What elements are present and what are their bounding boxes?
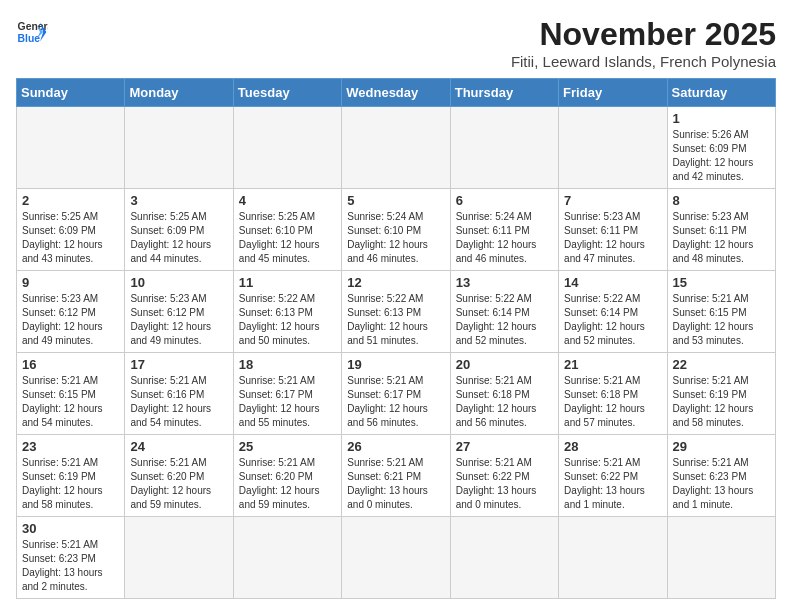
weekday-saturday: Saturday — [667, 79, 775, 107]
day-number: 9 — [22, 275, 119, 290]
day-info: Sunrise: 5:21 AM Sunset: 6:16 PM Dayligh… — [130, 374, 227, 430]
day-info: Sunrise: 5:21 AM Sunset: 6:19 PM Dayligh… — [22, 456, 119, 512]
day-number: 10 — [130, 275, 227, 290]
calendar-cell: 20Sunrise: 5:21 AM Sunset: 6:18 PM Dayli… — [450, 353, 558, 435]
day-number: 15 — [673, 275, 770, 290]
calendar-week-2: 2Sunrise: 5:25 AM Sunset: 6:09 PM Daylig… — [17, 189, 776, 271]
calendar-cell: 13Sunrise: 5:22 AM Sunset: 6:14 PM Dayli… — [450, 271, 558, 353]
day-info: Sunrise: 5:21 AM Sunset: 6:19 PM Dayligh… — [673, 374, 770, 430]
calendar-cell — [450, 517, 558, 599]
day-number: 29 — [673, 439, 770, 454]
calendar-cell: 24Sunrise: 5:21 AM Sunset: 6:20 PM Dayli… — [125, 435, 233, 517]
calendar-week-4: 16Sunrise: 5:21 AM Sunset: 6:15 PM Dayli… — [17, 353, 776, 435]
day-info: Sunrise: 5:21 AM Sunset: 6:23 PM Dayligh… — [673, 456, 770, 512]
day-number: 1 — [673, 111, 770, 126]
calendar-week-1: 1Sunrise: 5:26 AM Sunset: 6:09 PM Daylig… — [17, 107, 776, 189]
calendar-cell — [125, 107, 233, 189]
day-number: 13 — [456, 275, 553, 290]
day-number: 4 — [239, 193, 336, 208]
weekday-sunday: Sunday — [17, 79, 125, 107]
calendar-cell — [342, 517, 450, 599]
calendar-cell: 5Sunrise: 5:24 AM Sunset: 6:10 PM Daylig… — [342, 189, 450, 271]
calendar-table: SundayMondayTuesdayWednesdayThursdayFrid… — [16, 78, 776, 599]
day-number: 11 — [239, 275, 336, 290]
calendar-cell: 22Sunrise: 5:21 AM Sunset: 6:19 PM Dayli… — [667, 353, 775, 435]
calendar-week-5: 23Sunrise: 5:21 AM Sunset: 6:19 PM Dayli… — [17, 435, 776, 517]
day-number: 18 — [239, 357, 336, 372]
day-number: 27 — [456, 439, 553, 454]
day-info: Sunrise: 5:24 AM Sunset: 6:11 PM Dayligh… — [456, 210, 553, 266]
day-number: 22 — [673, 357, 770, 372]
logo: General Blue — [16, 16, 48, 48]
weekday-friday: Friday — [559, 79, 667, 107]
title-area: November 2025 Fitii, Leeward Islands, Fr… — [511, 16, 776, 70]
day-info: Sunrise: 5:26 AM Sunset: 6:09 PM Dayligh… — [673, 128, 770, 184]
day-info: Sunrise: 5:21 AM Sunset: 6:23 PM Dayligh… — [22, 538, 119, 594]
day-info: Sunrise: 5:21 AM Sunset: 6:17 PM Dayligh… — [239, 374, 336, 430]
day-number: 12 — [347, 275, 444, 290]
calendar-cell: 23Sunrise: 5:21 AM Sunset: 6:19 PM Dayli… — [17, 435, 125, 517]
day-info: Sunrise: 5:25 AM Sunset: 6:09 PM Dayligh… — [22, 210, 119, 266]
day-info: Sunrise: 5:21 AM Sunset: 6:15 PM Dayligh… — [673, 292, 770, 348]
calendar-cell: 29Sunrise: 5:21 AM Sunset: 6:23 PM Dayli… — [667, 435, 775, 517]
calendar-cell: 8Sunrise: 5:23 AM Sunset: 6:11 PM Daylig… — [667, 189, 775, 271]
day-info: Sunrise: 5:21 AM Sunset: 6:22 PM Dayligh… — [456, 456, 553, 512]
day-info: Sunrise: 5:22 AM Sunset: 6:14 PM Dayligh… — [564, 292, 661, 348]
day-number: 3 — [130, 193, 227, 208]
day-number: 30 — [22, 521, 119, 536]
day-info: Sunrise: 5:21 AM Sunset: 6:20 PM Dayligh… — [239, 456, 336, 512]
calendar-cell: 1Sunrise: 5:26 AM Sunset: 6:09 PM Daylig… — [667, 107, 775, 189]
calendar-cell: 19Sunrise: 5:21 AM Sunset: 6:17 PM Dayli… — [342, 353, 450, 435]
day-info: Sunrise: 5:21 AM Sunset: 6:17 PM Dayligh… — [347, 374, 444, 430]
calendar-cell: 11Sunrise: 5:22 AM Sunset: 6:13 PM Dayli… — [233, 271, 341, 353]
calendar-body: 1Sunrise: 5:26 AM Sunset: 6:09 PM Daylig… — [17, 107, 776, 599]
calendar-cell: 17Sunrise: 5:21 AM Sunset: 6:16 PM Dayli… — [125, 353, 233, 435]
day-number: 25 — [239, 439, 336, 454]
day-number: 24 — [130, 439, 227, 454]
location-subtitle: Fitii, Leeward Islands, French Polynesia — [511, 53, 776, 70]
calendar-cell: 30Sunrise: 5:21 AM Sunset: 6:23 PM Dayli… — [17, 517, 125, 599]
day-info: Sunrise: 5:21 AM Sunset: 6:15 PM Dayligh… — [22, 374, 119, 430]
day-number: 19 — [347, 357, 444, 372]
day-info: Sunrise: 5:25 AM Sunset: 6:09 PM Dayligh… — [130, 210, 227, 266]
calendar-cell — [233, 517, 341, 599]
calendar-cell: 4Sunrise: 5:25 AM Sunset: 6:10 PM Daylig… — [233, 189, 341, 271]
day-info: Sunrise: 5:21 AM Sunset: 6:20 PM Dayligh… — [130, 456, 227, 512]
calendar-cell — [125, 517, 233, 599]
day-number: 23 — [22, 439, 119, 454]
header: General Blue November 2025 Fitii, Leewar… — [16, 16, 776, 70]
day-number: 5 — [347, 193, 444, 208]
logo-icon: General Blue — [16, 16, 48, 48]
calendar-week-3: 9Sunrise: 5:23 AM Sunset: 6:12 PM Daylig… — [17, 271, 776, 353]
month-title: November 2025 — [511, 16, 776, 53]
day-info: Sunrise: 5:24 AM Sunset: 6:10 PM Dayligh… — [347, 210, 444, 266]
day-number: 21 — [564, 357, 661, 372]
calendar-cell — [559, 107, 667, 189]
day-number: 6 — [456, 193, 553, 208]
day-info: Sunrise: 5:23 AM Sunset: 6:12 PM Dayligh… — [130, 292, 227, 348]
calendar-cell: 25Sunrise: 5:21 AM Sunset: 6:20 PM Dayli… — [233, 435, 341, 517]
calendar-cell: 10Sunrise: 5:23 AM Sunset: 6:12 PM Dayli… — [125, 271, 233, 353]
calendar-cell: 16Sunrise: 5:21 AM Sunset: 6:15 PM Dayli… — [17, 353, 125, 435]
calendar-week-6: 30Sunrise: 5:21 AM Sunset: 6:23 PM Dayli… — [17, 517, 776, 599]
calendar-cell: 3Sunrise: 5:25 AM Sunset: 6:09 PM Daylig… — [125, 189, 233, 271]
day-info: Sunrise: 5:21 AM Sunset: 6:21 PM Dayligh… — [347, 456, 444, 512]
calendar-cell: 9Sunrise: 5:23 AM Sunset: 6:12 PM Daylig… — [17, 271, 125, 353]
day-info: Sunrise: 5:21 AM Sunset: 6:22 PM Dayligh… — [564, 456, 661, 512]
day-info: Sunrise: 5:22 AM Sunset: 6:14 PM Dayligh… — [456, 292, 553, 348]
day-number: 26 — [347, 439, 444, 454]
weekday-header-row: SundayMondayTuesdayWednesdayThursdayFrid… — [17, 79, 776, 107]
weekday-monday: Monday — [125, 79, 233, 107]
calendar-cell: 7Sunrise: 5:23 AM Sunset: 6:11 PM Daylig… — [559, 189, 667, 271]
weekday-thursday: Thursday — [450, 79, 558, 107]
weekday-tuesday: Tuesday — [233, 79, 341, 107]
calendar-cell: 12Sunrise: 5:22 AM Sunset: 6:13 PM Dayli… — [342, 271, 450, 353]
day-number: 16 — [22, 357, 119, 372]
day-info: Sunrise: 5:23 AM Sunset: 6:11 PM Dayligh… — [673, 210, 770, 266]
calendar-cell: 26Sunrise: 5:21 AM Sunset: 6:21 PM Dayli… — [342, 435, 450, 517]
day-info: Sunrise: 5:22 AM Sunset: 6:13 PM Dayligh… — [239, 292, 336, 348]
calendar-cell — [450, 107, 558, 189]
day-number: 7 — [564, 193, 661, 208]
day-number: 2 — [22, 193, 119, 208]
calendar-cell: 27Sunrise: 5:21 AM Sunset: 6:22 PM Dayli… — [450, 435, 558, 517]
